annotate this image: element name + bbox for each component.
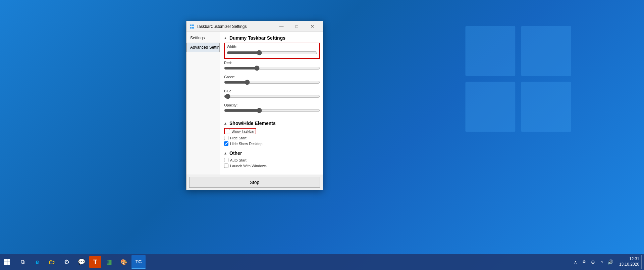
hide-show-desktop-label: Hide Show Desktop	[230, 142, 263, 146]
minimize-button[interactable]: —	[274, 21, 289, 32]
dummy-taskbar-title: Dummy Taskbar Settings	[229, 35, 285, 41]
volume-icon[interactable]: 🔊	[606, 258, 614, 266]
main-content: ▲ Dummy Taskbar Settings Width: Red: Gre…	[220, 32, 323, 175]
steam-icon[interactable]: ⚙	[60, 255, 74, 269]
clock-date: 13.10.2020	[619, 262, 639, 267]
tray-chevron[interactable]: ∧	[572, 258, 580, 266]
svg-rect-5	[192, 25, 194, 26]
show-taskbar-label: Show Taskbar	[231, 129, 255, 133]
width-slider[interactable]	[227, 50, 317, 55]
svg-rect-0	[466, 26, 516, 76]
width-label: Width:	[227, 45, 317, 49]
text-icon[interactable]: T	[89, 256, 101, 268]
launch-with-windows-checkbox[interactable]	[224, 164, 228, 168]
svg-rect-10	[4, 262, 7, 265]
show-hide-title: Show/Hide Elements	[229, 121, 276, 126]
tray-icon-3[interactable]: ○	[598, 258, 606, 266]
maximize-button[interactable]: □	[289, 21, 305, 32]
green-slider-row: Green:	[224, 75, 320, 86]
red-label: Red:	[224, 61, 320, 65]
taskbar: ⧉ e 🗁 ⚙ 💬 T ▦ 🎨 TC ∧ ♻ ⊕ ○ 🔊 12:31 13.10…	[0, 254, 644, 270]
tc-icon[interactable]: TC	[131, 255, 146, 269]
svg-rect-2	[466, 82, 516, 132]
opacity-slider[interactable]	[224, 108, 320, 113]
taskbar-icons: ⧉ e 🗁 ⚙ 💬 T ▦ 🎨 TC	[14, 255, 569, 269]
show-taskbar-row: Show Taskbar	[224, 128, 320, 134]
other-section-header: ▲ Other	[223, 150, 320, 156]
green-label: Green:	[224, 75, 320, 79]
svg-rect-7	[192, 27, 194, 29]
other-title: Other	[229, 150, 242, 156]
app-icon	[189, 24, 195, 29]
launch-with-windows-label: Launch With Windows	[230, 164, 267, 168]
hide-show-desktop-row: Hide Show Desktop	[224, 141, 320, 146]
window-controls: — □ ✕	[274, 21, 320, 32]
show-hide-section-header: ▲ Show/Hide Elements	[223, 121, 320, 126]
opacity-slider-row: Opacity:	[224, 103, 320, 115]
sidebar-item-advanced[interactable]: Advanced Settings	[186, 43, 220, 52]
show-hide-content: Show Taskbar Hide Start Hide Show Deskto…	[223, 128, 320, 150]
auto-start-row: Auto Start	[224, 158, 320, 162]
svg-rect-6	[190, 27, 192, 29]
launch-with-windows-row: Launch With Windows	[224, 164, 320, 168]
svg-rect-9	[7, 259, 10, 262]
explorer-icon[interactable]: 🗁	[45, 255, 59, 269]
svg-rect-8	[4, 259, 7, 262]
app-window: TaskbarCustomizer Settings — □ ✕ Setting…	[186, 21, 323, 190]
dummy-taskbar-toggle[interactable]: ▲	[223, 35, 228, 41]
opacity-label: Opacity:	[224, 103, 320, 107]
tray-icon-2[interactable]: ⊕	[589, 258, 597, 266]
sidebar-item-settings[interactable]: Settings	[186, 33, 220, 43]
red-slider[interactable]	[224, 65, 320, 71]
start-button[interactable]	[0, 255, 14, 269]
dummy-taskbar-content: Width: Red: Green: Blue:	[223, 43, 320, 120]
show-desktop-button[interactable]	[641, 255, 644, 269]
show-taskbar-highlight: Show Taskbar	[224, 128, 256, 134]
svg-rect-3	[521, 82, 571, 132]
window-title: TaskbarCustomizer Settings	[197, 24, 274, 29]
edge-icon[interactable]: e	[30, 255, 44, 269]
tray-icon-1[interactable]: ♻	[580, 258, 588, 266]
hide-show-desktop-checkbox[interactable]	[224, 141, 228, 146]
title-bar: TaskbarCustomizer Settings — □ ✕	[186, 21, 323, 32]
window-body: Settings Advanced Settings ▲ Dummy Taskb…	[186, 32, 323, 175]
sidebar: Settings Advanced Settings	[186, 32, 220, 175]
blue-slider-row: Blue:	[224, 89, 320, 100]
stop-button-container: Stop	[186, 175, 323, 190]
hide-start-row: Hide Start	[224, 136, 320, 140]
show-hide-toggle[interactable]: ▲	[223, 121, 228, 126]
blue-label: Blue:	[224, 89, 320, 93]
hide-start-checkbox[interactable]	[224, 136, 228, 140]
colorpicker-icon[interactable]: 🎨	[117, 255, 131, 269]
svg-rect-4	[190, 25, 192, 26]
width-slider-highlighted: Width:	[224, 43, 320, 59]
auto-start-label: Auto Start	[230, 158, 247, 162]
hide-start-label: Hide Start	[230, 136, 247, 140]
close-button[interactable]: ✕	[305, 21, 320, 32]
windows-logo-watermark	[460, 20, 577, 138]
tile-icon[interactable]: ▦	[102, 255, 116, 269]
stop-button[interactable]: Stop	[189, 177, 320, 188]
taskbar-clock[interactable]: 12:31 13.10.2020	[617, 257, 641, 267]
taskview-button[interactable]: ⧉	[15, 255, 30, 269]
auto-start-checkbox[interactable]	[224, 158, 228, 162]
red-slider-row: Red:	[224, 61, 320, 72]
chat-icon[interactable]: 💬	[74, 255, 89, 269]
clock-time: 12:31	[629, 257, 639, 262]
show-taskbar-checkbox[interactable]	[226, 129, 230, 133]
taskbar-tray: ∧ ♻ ⊕ ○ 🔊	[569, 258, 617, 266]
svg-rect-11	[7, 262, 10, 265]
green-slider[interactable]	[224, 80, 320, 85]
other-toggle[interactable]: ▲	[223, 150, 228, 156]
svg-rect-1	[521, 26, 571, 76]
blue-slider[interactable]	[224, 94, 320, 99]
dummy-taskbar-section-header: ▲ Dummy Taskbar Settings	[223, 35, 320, 41]
other-content: Auto Start Launch With Windows	[223, 158, 320, 172]
